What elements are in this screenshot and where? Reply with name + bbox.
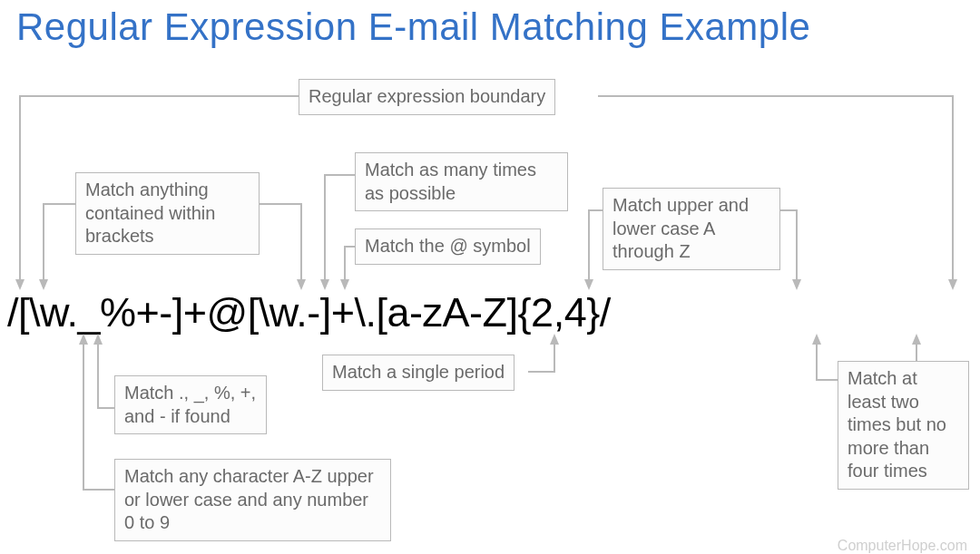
- svg-marker-7: [792, 279, 801, 290]
- diagram-title: Regular Expression E-mail Matching Examp…: [16, 5, 810, 49]
- svg-marker-11: [812, 334, 821, 345]
- svg-marker-1: [948, 279, 957, 290]
- svg-marker-12: [912, 334, 921, 345]
- callout-azAZ: Match upper and lower case A through Z: [603, 188, 780, 270]
- callout-boundary: Regular expression boundary: [299, 79, 555, 115]
- callout-plus: Match as many times as possible: [355, 152, 568, 211]
- callout-specials: Match ., _, %, +, and - if found: [114, 375, 267, 434]
- callout-period: Match a single period: [322, 355, 514, 391]
- regex-expression: /[\w._%+-]+@[\w.-]+\.[a-zA-Z]{2,4}/: [7, 289, 611, 336]
- attribution: ComputerHope.com: [838, 538, 967, 554]
- callout-at: Match the @ symbol: [355, 228, 541, 265]
- callout-brackets: Match anything contained within brackets: [75, 172, 260, 255]
- callout-quant: Match at least two times but no more tha…: [838, 361, 969, 490]
- callout-wordchar: Match any character A-Z upper or lower c…: [114, 459, 391, 541]
